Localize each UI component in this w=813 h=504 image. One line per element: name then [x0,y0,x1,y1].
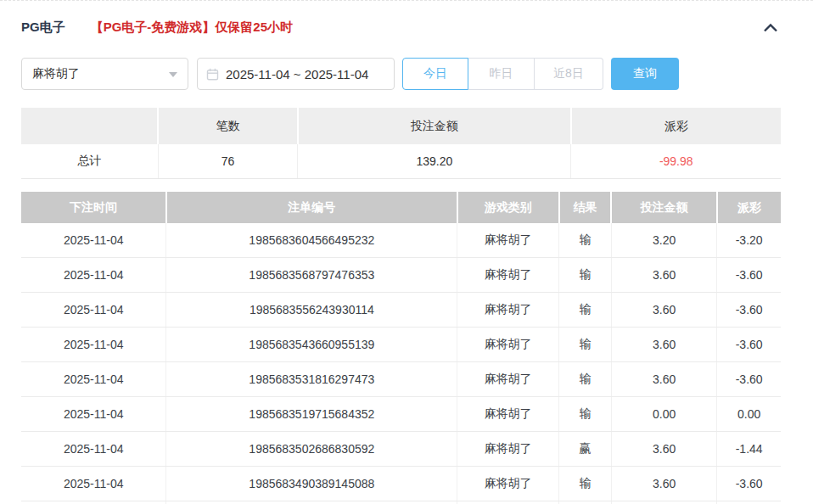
order-no-cell: 1985683556243930114 [166,293,457,328]
summary-col-bet-amount: 投注金额 [298,108,571,144]
panel-title: PG电子 [21,20,65,36]
bet-time-cell: 2025-11-04 [21,432,166,467]
payout-cell: -3.60 [717,258,781,293]
date-range-value: 2025-11-04 ~ 2025-11-04 [226,67,368,81]
chevron-up-icon [762,22,779,33]
order-no-cell: 1985683478213042690 [166,501,457,504]
summary-col-payout: 派彩 [571,108,781,144]
summary-header-row: 笔数 投注金额 派彩 [21,108,781,144]
query-button[interactable]: 查询 [611,58,679,90]
bet-record-row: 2025-11-04 1985683478213042690 麻将胡了 输 3.… [21,501,781,504]
bet-record-row: 2025-11-04 1985683519715684352 麻将胡了 输 0.… [21,397,781,432]
detail-col-bet-time: 下注时间 [21,192,166,223]
bet-time-cell: 2025-11-04 [21,501,166,504]
summary-row-label: 总计 [21,144,158,179]
pg-report-panel: PG电子 【PG电子-免费游戏】仅保留25小时 麻将胡了 2025-11-04 … [0,0,813,504]
bet-amount-cell: 3.60 [611,501,716,504]
bet-amount-cell: 3.60 [611,467,716,501]
result-cell: 输 [559,397,612,432]
result-cell: 输 [559,258,612,293]
game-type-cell: 麻将胡了 [457,362,559,397]
detail-col-order-no: 注单编号 [166,192,457,223]
caret-down-icon [169,72,177,81]
order-no-cell: 1985683568797476353 [166,258,457,293]
payout-cell: -1.44 [717,432,781,467]
summary-table: 笔数 投注金额 派彩 总计 76 139.20 -99.98 [21,108,781,179]
bet-record-row: 2025-11-04 1985683531816297473 麻将胡了 输 3.… [21,362,781,397]
game-type-cell: 麻将胡了 [457,432,559,467]
detail-col-bet-amount: 投注金额 [611,192,716,223]
payout-cell: -3.60 [717,293,781,328]
payout-cell: -3.60 [717,501,781,504]
bet-record-row: 2025-11-04 1985683604566495232 麻将胡了 输 3.… [21,223,781,258]
result-cell: 输 [559,362,612,397]
bet-amount-cell: 3.60 [611,328,716,362]
panel-notice: 【PG电子-免费游戏】仅保留25小时 [91,20,293,36]
game-type-cell: 麻将胡了 [457,397,559,432]
detail-table-body: 2025-11-04 1985683604566495232 麻将胡了 输 3.… [21,223,781,504]
summary-count-value: 76 [158,144,298,179]
summary-col-count: 笔数 [158,108,298,144]
bet-time-cell: 2025-11-04 [21,467,166,501]
order-no-cell: 1985683519715684352 [166,397,457,432]
result-cell: 赢 [559,432,612,467]
bet-record-row: 2025-11-04 1985683502686830592 麻将胡了 赢 3.… [21,432,781,467]
quick-filter-group: 今日 昨日 近8日 [402,58,603,90]
summary-payout-value: -99.98 [571,144,781,179]
result-cell: 输 [559,328,612,362]
bet-amount-cell: 3.60 [611,293,716,328]
bet-record-row: 2025-11-04 1985683568797476353 麻将胡了 输 3.… [21,258,781,293]
detail-col-payout: 派彩 [717,192,781,223]
detail-col-result: 结果 [559,192,612,223]
game-type-cell: 麻将胡了 [457,293,559,328]
bet-amount-cell: 3.20 [611,223,716,258]
order-no-cell: 1985683604566495232 [166,223,457,258]
result-cell: 输 [559,501,612,504]
game-type-cell: 麻将胡了 [457,328,559,362]
payout-cell: 0.00 [717,397,781,432]
detail-table: 下注时间 注单编号 游戏类别 结果 投注金额 派彩 2025-11-04 198… [21,192,781,504]
panel-header: PG电子 【PG电子-免费游戏】仅保留25小时 [21,20,781,36]
bet-record-row: 2025-11-04 1985683543660955139 麻将胡了 输 3.… [21,328,781,362]
order-no-cell: 1985683543660955139 [166,328,457,362]
bet-amount-cell: 3.60 [611,362,716,397]
game-select[interactable]: 麻将胡了 [21,58,188,90]
summary-bet-amount-value: 139.20 [298,144,571,179]
order-no-cell: 1985683490389145088 [166,467,457,501]
summary-col-empty [21,108,158,144]
order-no-cell: 1985683502686830592 [166,432,457,467]
summary-total-row: 总计 76 139.20 -99.98 [21,144,781,179]
bet-time-cell: 2025-11-04 [21,362,166,397]
calendar-icon [206,68,219,81]
filter-bar: 麻将胡了 2025-11-04 ~ 2025-11-04 今日 昨日 近8日 查… [21,58,781,90]
bet-time-cell: 2025-11-04 [21,223,166,258]
result-cell: 输 [559,467,612,501]
bet-time-cell: 2025-11-04 [21,293,166,328]
payout-cell: -3.60 [717,362,781,397]
bet-amount-cell: 0.00 [611,397,716,432]
quick-filter-yesterday[interactable]: 昨日 [468,58,535,90]
order-no-cell: 1985683531816297473 [166,362,457,397]
detail-col-game-type: 游戏类别 [457,192,559,223]
bet-time-cell: 2025-11-04 [21,397,166,432]
game-type-cell: 麻将胡了 [457,501,559,504]
bet-time-cell: 2025-11-04 [21,328,166,362]
collapse-panel-button[interactable] [760,20,781,35]
payout-cell: -3.60 [717,328,781,362]
result-cell: 输 [559,293,612,328]
game-select-value: 麻将胡了 [32,66,80,81]
payout-cell: -3.20 [717,223,781,258]
game-type-cell: 麻将胡了 [457,467,559,501]
bet-amount-cell: 3.60 [611,258,716,293]
game-type-cell: 麻将胡了 [457,258,559,293]
date-range-input[interactable]: 2025-11-04 ~ 2025-11-04 [197,58,395,90]
quick-filter-last8days[interactable]: 近8日 [535,58,603,90]
game-type-cell: 麻将胡了 [457,223,559,258]
quick-filter-today[interactable]: 今日 [402,58,468,90]
result-cell: 输 [559,223,612,258]
bet-time-cell: 2025-11-04 [21,258,166,293]
payout-cell: -3.60 [717,467,781,501]
detail-header-row: 下注时间 注单编号 游戏类别 结果 投注金额 派彩 [21,192,781,223]
bet-record-row: 2025-11-04 1985683556243930114 麻将胡了 输 3.… [21,293,781,328]
bet-amount-cell: 3.60 [611,432,716,467]
